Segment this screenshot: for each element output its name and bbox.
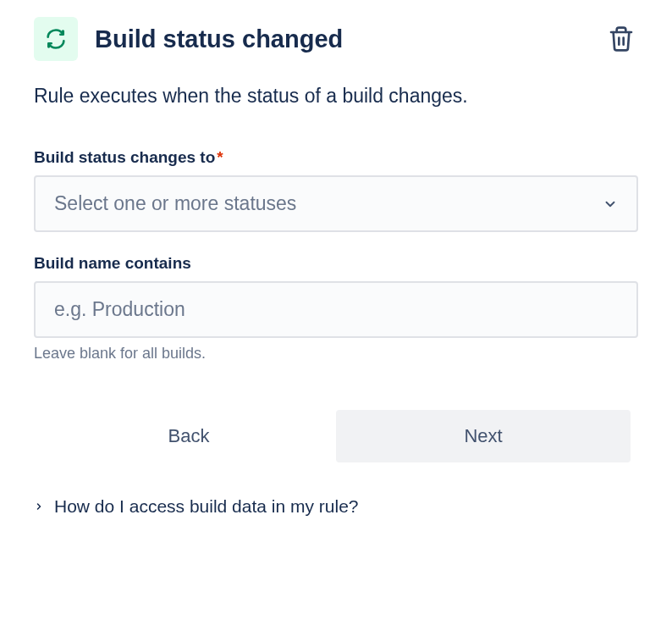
build-name-field-group: Build name contains Leave blank for all … (34, 254, 638, 363)
status-select[interactable]: Select one or more statuses (34, 175, 638, 232)
header-row: Build status changed (34, 17, 638, 61)
chevron-down-icon (603, 197, 618, 212)
trash-icon (608, 25, 635, 53)
refresh-icon (44, 27, 68, 51)
refresh-icon-badge (34, 17, 78, 61)
build-name-field-label: Build name contains (34, 254, 638, 273)
header-left: Build status changed (34, 17, 343, 61)
next-button[interactable]: Next (336, 410, 631, 462)
back-button[interactable]: Back (41, 410, 336, 462)
page-title: Build status changed (95, 25, 343, 53)
required-asterisk: * (217, 148, 223, 166)
build-name-input[interactable] (34, 281, 638, 338)
description-text: Rule executes when the status of a build… (34, 85, 638, 108)
chevron-right-icon (34, 501, 44, 512)
status-field-group: Build status changes to* Select one or m… (34, 148, 638, 232)
delete-button[interactable] (604, 22, 638, 56)
build-name-helper-text: Leave blank for all builds. (34, 345, 638, 363)
status-field-label: Build status changes to* (34, 148, 638, 167)
status-label-text: Build status changes to (34, 148, 215, 166)
status-select-placeholder: Select one or more statuses (54, 192, 296, 215)
button-row: Back Next (34, 410, 638, 462)
help-accordion-toggle[interactable]: How do I access build data in my rule? (34, 493, 638, 520)
help-link-text: How do I access build data in my rule? (54, 496, 359, 517)
